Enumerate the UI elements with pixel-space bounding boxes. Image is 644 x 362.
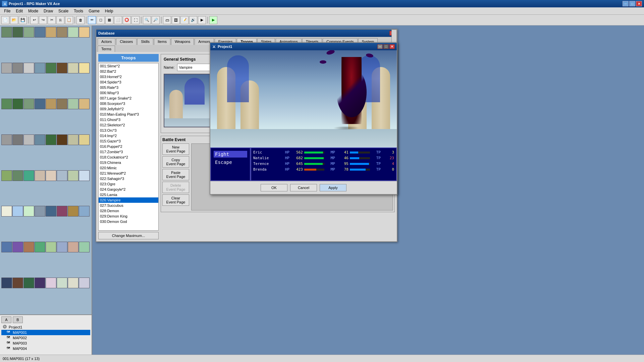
toolbar-open[interactable]: 📂: [10, 16, 18, 24]
toolbar-save[interactable]: 💾: [19, 16, 27, 24]
toolbar-database[interactable]: 🗃: [163, 16, 171, 24]
tile[interactable]: [46, 278, 56, 288]
toolbar-resource[interactable]: 🖼: [172, 16, 180, 24]
tile[interactable]: [68, 134, 78, 145]
troops-item[interactable]: 003:Hornet*2: [99, 74, 158, 79]
tile[interactable]: [68, 278, 78, 288]
tile[interactable]: [12, 206, 23, 217]
tab-classes[interactable]: Classes: [116, 38, 137, 45]
troops-item[interactable]: 021:Werewolf*2: [99, 171, 158, 176]
tile[interactable]: [57, 63, 67, 73]
battle-cmd-escape[interactable]: Escape: [214, 159, 247, 166]
menu-draw[interactable]: Draw: [41, 8, 56, 14]
tile[interactable]: [35, 242, 45, 252]
tile[interactable]: [35, 278, 45, 288]
troops-item[interactable]: 025:Lamia: [99, 192, 158, 197]
tab-skills[interactable]: Skills: [137, 38, 153, 45]
menu-file[interactable]: File: [1, 8, 13, 14]
tab-actors[interactable]: Actors: [98, 38, 115, 45]
battle-cmd-fight[interactable]: Fight: [214, 151, 247, 158]
toolbar-paste[interactable]: 📋: [65, 16, 73, 24]
tile[interactable]: [35, 99, 45, 109]
troops-item[interactable]: 019:Chimera: [99, 160, 158, 165]
tile[interactable]: [23, 134, 34, 145]
menu-game[interactable]: Game: [86, 8, 102, 14]
tile[interactable]: [46, 63, 56, 73]
troops-item[interactable]: 016:Puppet*2: [99, 144, 158, 149]
tile[interactable]: [57, 242, 67, 252]
troops-item[interactable]: 006:Wisp*3: [99, 90, 158, 96]
tile[interactable]: [68, 170, 78, 181]
tile[interactable]: [68, 63, 78, 73]
tile[interactable]: [79, 278, 90, 288]
troops-item[interactable]: 027:Succubus: [99, 203, 158, 208]
tile[interactable]: [35, 206, 45, 217]
maximize-btn[interactable]: □: [629, 1, 635, 6]
tile[interactable]: [68, 27, 78, 38]
tree-map003[interactable]: 🗺 MAP003: [1, 341, 90, 346]
tile[interactable]: [12, 27, 23, 38]
troops-item[interactable]: 008:Scorpion*3: [99, 101, 158, 106]
troops-item[interactable]: 029:Demon King: [99, 214, 158, 219]
troops-item[interactable]: 001:Slime*2: [99, 63, 158, 69]
toolbar-fill[interactable]: ▦: [105, 16, 113, 24]
menu-tools[interactable]: Tools: [71, 8, 86, 14]
toolbar-delete[interactable]: 🗑: [76, 16, 85, 24]
toolbar-eraser[interactable]: ◻: [97, 16, 105, 24]
tree-map004[interactable]: 🗺 MAP004: [1, 346, 90, 351]
toolbar-new[interactable]: 📄: [1, 16, 9, 24]
troops-item[interactable]: 010:Man-Eating Plant*3: [99, 112, 158, 117]
tile[interactable]: [35, 170, 45, 181]
tile[interactable]: [1, 242, 12, 252]
tile[interactable]: [57, 134, 67, 145]
tile[interactable]: [1, 99, 12, 109]
tree-map001[interactable]: 🗺 MAP001: [1, 330, 90, 335]
troops-item[interactable]: 024:Gargoyle*2: [99, 187, 158, 192]
popup-close-btn[interactable]: ✕: [389, 44, 395, 49]
troops-item[interactable]: 013:Orc*3: [99, 128, 158, 133]
toolbar-redo[interactable]: ↪: [39, 16, 47, 24]
tile[interactable]: [12, 170, 23, 181]
tab-weapons[interactable]: Weapons: [171, 38, 194, 45]
toolbar-rect[interactable]: ⬜: [114, 16, 122, 24]
popup-minimize-btn[interactable]: ─: [377, 44, 383, 49]
tile[interactable]: [1, 278, 12, 288]
troops-item[interactable]: 004:Spider*3: [99, 79, 158, 85]
menu-help[interactable]: Help: [102, 8, 116, 14]
tree-tab-b[interactable]: B: [13, 316, 23, 323]
troops-item[interactable]: 002:Bat*2: [99, 69, 158, 74]
troops-item[interactable]: 020:Mimic: [99, 165, 158, 171]
troops-list[interactable]: 001:Slime*2 002:Bat*2 003:Hornet*2 004:S…: [98, 63, 159, 231]
troops-item[interactable]: 028:Demon: [99, 208, 158, 214]
troops-item[interactable]: 017:Zombie*3: [99, 149, 158, 155]
toolbar-script[interactable]: 📝: [180, 16, 189, 24]
tile[interactable]: [23, 278, 34, 288]
tab-items[interactable]: Items: [154, 38, 170, 45]
toolbar-zoom-out[interactable]: 🔍: [143, 16, 151, 24]
tile[interactable]: [1, 63, 12, 73]
troops-item[interactable]: 012:Skeleton*2: [99, 122, 158, 128]
menu-edit[interactable]: Edit: [13, 8, 25, 14]
tile[interactable]: [79, 63, 90, 73]
toolbar-run[interactable]: ▶: [209, 16, 217, 24]
tile[interactable]: [79, 170, 90, 181]
toolbar-copy[interactable]: ⎘: [56, 16, 64, 24]
tile[interactable]: [79, 242, 90, 252]
troops-item[interactable]: 014:Imp*2: [99, 133, 158, 138]
tile[interactable]: [12, 242, 23, 252]
tile[interactable]: [46, 27, 56, 38]
tile[interactable]: [35, 63, 45, 73]
toolbar-playtest[interactable]: ▶: [198, 16, 206, 24]
tile[interactable]: [23, 170, 34, 181]
tile[interactable]: [46, 170, 56, 181]
menu-mode[interactable]: Mode: [25, 8, 41, 14]
troops-item[interactable]: 011:Ghost*3: [99, 117, 158, 122]
tree-map002[interactable]: 🗺 MAP002: [1, 335, 90, 341]
tile[interactable]: [1, 170, 12, 181]
tile[interactable]: [1, 134, 12, 145]
tile[interactable]: [57, 170, 67, 181]
tile[interactable]: [12, 63, 23, 73]
troops-item[interactable]: 015:Gazer*3: [99, 138, 158, 144]
tile[interactable]: [12, 99, 23, 109]
tile[interactable]: [79, 134, 90, 145]
